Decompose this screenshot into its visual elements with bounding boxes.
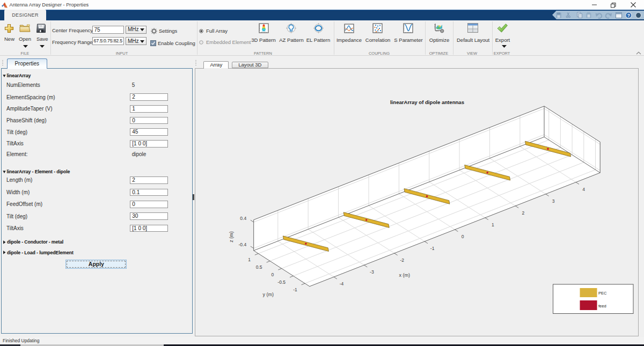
svg-text:-0.4: -0.4 [239, 242, 247, 247]
svg-text:-2: -2 [400, 257, 405, 263]
svg-text:-1: -1 [293, 287, 297, 292]
svg-text:z (m): z (m) [229, 231, 234, 242]
svg-text:y (m): y (m) [262, 292, 274, 297]
svg-text:0.4: 0.4 [240, 216, 246, 221]
svg-text:linearArray of dipole antennas: linearArray of dipole antennas [390, 99, 464, 105]
svg-text:-1: -1 [430, 246, 435, 251]
svg-text:-0.5: -0.5 [277, 279, 286, 285]
svg-text:-4: -4 [340, 281, 344, 286]
svg-text:1: 1 [492, 222, 494, 227]
svg-text:-3: -3 [370, 269, 374, 275]
svg-text:1: 1 [248, 257, 251, 262]
svg-text:4: 4 [582, 187, 585, 192]
svg-text:0.5: 0.5 [256, 264, 262, 270]
svg-text:2: 2 [522, 210, 524, 216]
svg-text:x (m): x (m) [399, 273, 410, 278]
svg-text:3: 3 [552, 198, 555, 204]
svg-text:PEC: PEC [598, 291, 607, 296]
svg-text:?: ? [627, 12, 630, 18]
svg-text:0: 0 [272, 272, 274, 277]
svg-text:feed: feed [598, 304, 606, 308]
svg-text:0: 0 [462, 234, 464, 239]
